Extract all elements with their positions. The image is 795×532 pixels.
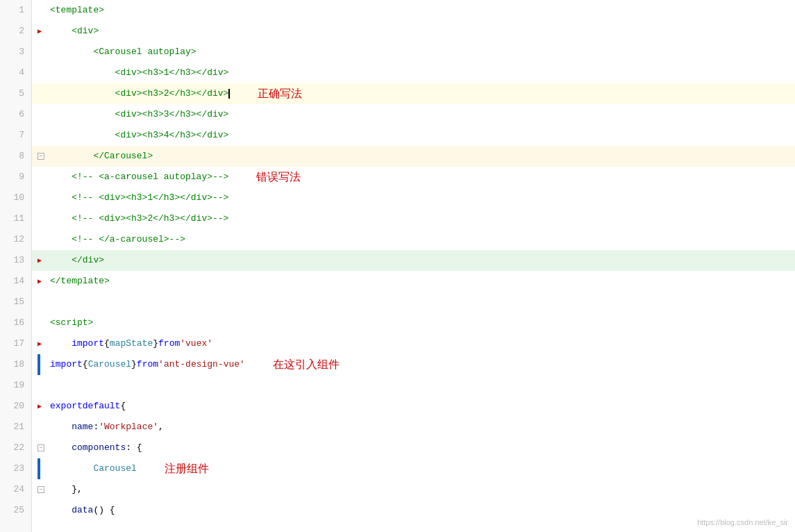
indent [50,479,72,500]
annotation-18: 在这引入组件 [273,354,340,375]
token: from [137,354,158,375]
gutter-3 [37,42,50,63]
blue-bar-icon [37,458,40,479]
code-line-8: − </Carousel> [32,146,795,167]
gutter-6 [37,104,50,125]
code-area: 1234567891011121314151617181920212223242… [0,0,795,532]
line-number-4: 4 [7,63,24,83]
token: </template> [50,271,110,292]
line-number-17: 17 [7,333,24,354]
token: }, [72,479,83,500]
code-line-19 [32,375,795,396]
line-number-10: 10 [7,188,24,208]
token: <!-- <div><h3>1</h3></div>--> [72,188,228,208]
code-line-20: ▶export default { [32,396,795,417]
code-line-5: <div><h3>2</h3></div>正确写法 [32,83,795,104]
gutter-15 [37,292,50,313]
code-line-3: <Carousel autoplay> [32,42,795,63]
token: , [158,417,164,438]
token: <div><h3>2</h3></div> [115,83,229,104]
line-number-3: 3 [7,42,24,63]
line-number-11: 11 [7,208,24,229]
gutter-16 [37,313,50,333]
indent [50,83,115,104]
gutter-7 [37,125,50,146]
code-content-16: <script> [50,313,93,333]
token: : [93,417,99,438]
token: () { [93,500,115,521]
code-line-2: ▶ <div> [32,21,795,42]
code-line-16: <script> [32,313,795,333]
line-number-8: 8 [7,146,24,167]
token: <script> [50,313,93,333]
code-line-22: − components: { [32,438,795,458]
indent [50,104,115,125]
arrow-red-icon: ▶ [37,403,42,410]
indent [50,188,72,208]
token: </div> [72,250,104,271]
text-cursor [228,89,230,99]
arrow-red-icon: ▶ [37,28,42,35]
line-number-12: 12 [7,229,24,250]
arrow-red-icon: ▶ [37,340,42,348]
gutter-23 [37,458,50,479]
code-line-14: ▶</template> [32,271,795,292]
indent [50,333,72,354]
code-line-10: <!-- <div><h3>1</h3></div>--> [32,188,795,208]
arrow-red-icon: ▶ [37,257,42,265]
indent [50,250,72,271]
token: <!-- </a-carousel>--> [72,229,185,250]
indent [50,42,93,63]
code-content-20: export default { [50,396,126,417]
line-number-24: 24 [7,479,24,500]
line-number-21: 21 [7,417,24,438]
indent [50,458,93,479]
gutter-21 [37,417,50,438]
gutter-25 [37,500,50,521]
token: <template> [50,0,104,21]
code-content-12: <!-- </a-carousel>--> [50,229,185,250]
token: export [50,396,83,417]
line-number-9: 9 [7,167,24,188]
gutter-17: ▶ [37,333,50,354]
code-content-13: </div> [50,250,104,271]
token: 'ant-design-vue' [158,354,245,375]
token: from [158,333,180,354]
code-line-21: name: 'Workplace', [32,417,795,438]
code-line-13: ▶ </div> [32,250,795,271]
code-line-15 [32,292,795,313]
code-content-4: <div><h3>1</h3></div> [50,63,228,83]
token: name [72,417,93,438]
code-content-25: data () { [50,500,115,521]
collapse-icon[interactable]: − [37,444,44,451]
code-line-7: <div><h3>4</h3></div> [32,125,795,146]
code-content-17: import { mapState } from 'vuex' [50,333,212,354]
line-number-22: 22 [7,438,24,458]
code-content-6: <div><h3>3</h3></div> [50,104,228,125]
line-number-18: 18 [7,354,24,375]
line-number-14: 14 [7,271,24,292]
indent [50,208,72,229]
gutter-1 [37,0,50,21]
gutter-5 [37,83,50,104]
indent [50,125,115,146]
code-line-25: data () { [32,500,795,521]
line-number-25: 25 [7,500,24,521]
code-content-9: <!-- <a-carousel autoplay>--> [50,167,228,188]
collapse-icon[interactable]: − [37,486,44,493]
token: import [72,333,104,354]
line-number-2: 2 [7,21,24,42]
code-lines[interactable]: <template>▶ <div> <Carousel autoplay> <d… [32,0,795,532]
gutter-9 [37,167,50,188]
code-content-10: <!-- <div><h3>1</h3></div>--> [50,188,228,208]
token: <div><h3>4</h3></div> [115,125,229,146]
token: mapState [110,333,153,354]
collapse-icon[interactable]: − [37,153,44,160]
code-content-8: </Carousel> [50,146,153,167]
code-content-22: components: { [50,438,142,458]
token: data [72,500,93,521]
token: <!-- <a-carousel autoplay>--> [72,167,228,188]
line-number-23: 23 [7,458,24,479]
token: <Carousel autoplay> [93,42,196,63]
indent [50,438,72,458]
